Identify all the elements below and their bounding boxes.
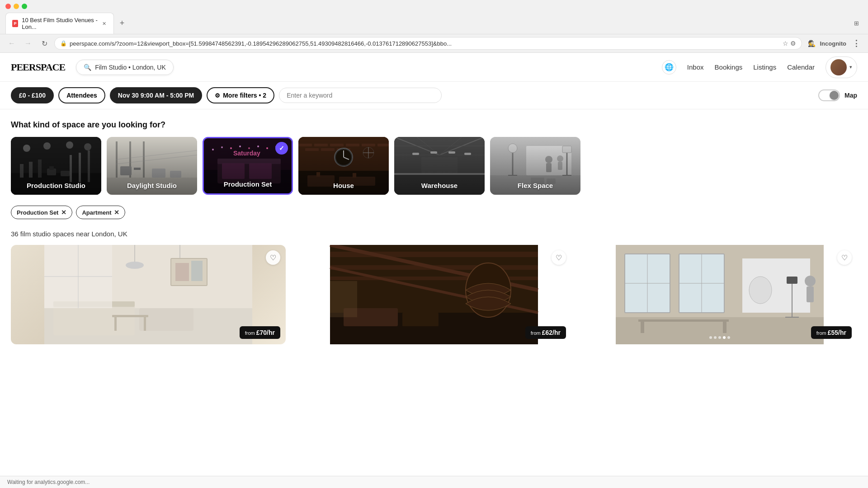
svg-rect-98 [139,308,193,331]
svg-rect-107 [114,317,117,331]
results-count: 36 film studio spaces near London, UK [11,230,127,238]
price-value: £70/hr [256,329,275,336]
nav-bookings[interactable]: Bookings [715,63,743,71]
refresh-button[interactable]: ↻ [38,37,51,50]
lock-icon: 🔒 [60,40,67,47]
window-controls [5,4,27,9]
bookmark-icon[interactable]: ☆ [783,40,788,47]
tab-favicon: P [12,20,18,27]
forward-button[interactable]: → [22,37,34,50]
map-toggle[interactable]: Map [818,89,857,101]
space-type-house[interactable]: House [298,137,389,195]
app-header: PEERSPACE 🔍 Film Studio • London, UK 🌐 I… [0,53,868,82]
remove-filter-icon[interactable]: ✕ [61,209,66,216]
date-filter-button[interactable]: Nov 30 9:00 AM - 5:00 PM [110,87,202,103]
price-filter-button[interactable]: £0 - £100 [11,87,54,103]
price-badge: from £62/hr [525,326,566,339]
favorite-button[interactable]: ♡ [266,250,280,265]
listing-card[interactable]: ♡ from £55/hr [582,245,857,344]
price-from: from [531,330,542,336]
active-filter-production-set[interactable]: Production Set ✕ [11,206,72,219]
svg-rect-140 [807,286,814,302]
space-type-label: Flex Space [490,182,580,189]
user-menu-button[interactable]: ▾ [826,56,857,78]
space-type-label: Warehouse [394,182,485,189]
search-icon: 🔍 [84,64,91,71]
space-type-label: Production Studio [11,182,101,189]
svg-point-135 [749,277,772,304]
favorite-button[interactable]: ♡ [837,250,852,265]
extension-icon[interactable]: ⚙ [790,40,796,47]
browser-chrome: P 10 Best Film Studio Venues - Lon... ✕ … [0,0,868,53]
price-badge: from £55/hr [811,326,852,339]
space-types-section: What kind of space are you looking for? [0,109,868,206]
nav-calendar[interactable]: Calendar [787,63,815,71]
space-type-flex-space[interactable]: Flex Space [490,137,580,195]
price-value: £62/hr [542,329,561,336]
attendees-filter-button[interactable]: Attendees [58,87,105,103]
svg-rect-138 [723,322,726,333]
remove-filter-icon[interactable]: ✕ [114,209,119,216]
space-type-label: House [298,182,389,189]
avatar [830,59,847,75]
browser-tab[interactable]: P 10 Best Film Studio Venues - Lon... ✕ [5,13,114,34]
listing-card[interactable]: ♡ from £62/hr [297,245,571,344]
chevron-down-icon: ▾ [849,64,852,70]
new-tab-button[interactable]: + [116,17,128,30]
header-search-bar[interactable]: 🔍 Film Studio • London, UK [76,60,174,75]
tab-close-button[interactable]: ✕ [101,20,107,27]
price-value: £55/hr [828,329,846,336]
svg-rect-122 [330,281,357,317]
favorite-button[interactable]: ♡ [552,250,566,265]
listing-card[interactable]: ♡ from £70/hr [11,245,286,344]
more-filters-label: More filters • 2 [223,92,266,99]
space-type-daylight-studio[interactable]: Daylight Studio [107,137,197,195]
date-filter-label: Nov 30 9:00 AM - 5:00 PM [118,92,194,99]
minimize-window-button[interactable] [14,4,19,9]
space-type-warehouse[interactable]: Warehouse [394,137,485,195]
maximize-window-button[interactable] [22,4,27,9]
more-filters-button[interactable]: ⚙ More filters • 2 [207,87,274,103]
tab-list-button[interactable]: ⊞ [850,17,863,30]
incognito-label: Incognito [820,40,847,47]
header-search-text: Film Studio • London, UK [95,64,166,71]
dot-indicator [718,336,721,339]
svg-rect-106 [112,315,148,317]
close-window-button[interactable] [5,4,11,9]
more-options-button[interactable]: ⋮ [850,37,863,50]
address-text: peerspace.com/s/?zoom=12&viewport_bbox=[… [70,40,780,47]
filter-tag-label: Apartment [82,209,111,216]
dot-indicator [714,336,717,339]
filter-tag-label: Production Set [17,209,58,216]
keyword-input-wrapper[interactable] [279,88,442,103]
svg-rect-134 [787,277,797,284]
map-toggle-label: Map [844,92,857,99]
logo[interactable]: PEERSPACE [11,61,65,73]
attendees-filter-label: Attendees [66,92,97,99]
nav-inbox[interactable]: Inbox [687,63,704,71]
globe-button[interactable]: 🌐 [662,60,676,75]
back-button[interactable]: ← [5,37,18,50]
results-header: 36 film studio spaces near London, UK [0,226,868,245]
filters-bar: £0 - £100 Attendees Nov 30 9:00 AM - 5:0… [0,82,868,109]
active-filters: Production Set ✕ Apartment ✕ [0,206,868,226]
address-bar[interactable]: 🔒 peerspace.com/s/?zoom=12&viewport_bbox… [54,37,802,50]
browser-navbar: ← → ↻ 🔒 peerspace.com/s/?zoom=12&viewpor… [0,34,868,52]
nav-listings[interactable]: Listings [753,63,776,71]
browser-titlebar [0,0,868,13]
svg-point-139 [805,276,816,286]
keyword-input[interactable] [287,92,434,99]
space-type-label: Production Set [204,180,292,188]
svg-rect-137 [641,322,644,333]
price-from: from [245,330,256,336]
dot-indicator-active [723,336,726,339]
space-types-title: What kind of space are you looking for? [11,120,857,130]
address-bar-icons: ☆ ⚙ [783,40,796,47]
active-filter-apartment[interactable]: Apartment ✕ [76,206,125,219]
space-type-production-studio[interactable]: Production Studio [11,137,101,195]
space-type-production-set[interactable]: Saturday ✓ Production Set [203,137,293,195]
svg-rect-121 [402,313,439,326]
price-filter-label: £0 - £100 [19,92,46,99]
map-toggle-switch[interactable] [818,89,840,101]
svg-rect-108 [144,317,146,331]
